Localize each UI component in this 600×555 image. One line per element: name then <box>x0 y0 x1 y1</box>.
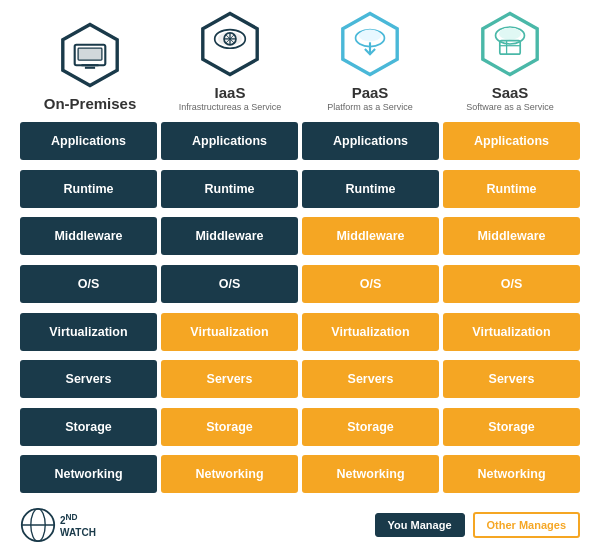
legend: You Manage Other Manages <box>375 512 580 538</box>
grid-cell: O/S <box>161 265 298 303</box>
grid-cell: Middleware <box>20 217 157 255</box>
grid-cell: Middleware <box>302 217 439 255</box>
grid-cell: Middleware <box>443 217 580 255</box>
grid-cell: Virtualization <box>443 313 580 351</box>
svg-point-20 <box>499 28 521 40</box>
grid-cell: Storage <box>20 408 157 446</box>
svg-rect-2 <box>78 48 102 60</box>
iaas-title: IaaS <box>215 84 246 101</box>
logo: 2ND WATCH <box>20 507 96 543</box>
grid-cell: Runtime <box>302 170 439 208</box>
col-header-iaas: IaaS Infrastructureas a Service <box>165 10 295 112</box>
grid-cell: Servers <box>20 360 157 398</box>
grid-cell: O/S <box>20 265 157 303</box>
grid-cell: Virtualization <box>302 313 439 351</box>
paas-subtitle: Platform as a Service <box>327 102 413 112</box>
iaas-subtitle: Infrastructureas a Service <box>179 102 282 112</box>
main-container: On-Premises IaaS Infrastructureas a Serv… <box>0 0 600 555</box>
comparison-grid: ApplicationsApplicationsApplicationsAppl… <box>20 122 580 499</box>
paas-icon <box>336 10 404 78</box>
grid-cell: Runtime <box>20 170 157 208</box>
column-headers: On-Premises IaaS Infrastructureas a Serv… <box>20 10 580 112</box>
grid-cell: Storage <box>302 408 439 446</box>
col-header-saas: SaaS Software as a Service <box>445 10 575 112</box>
legend-other-manages: Other Manages <box>473 512 580 538</box>
grid-cell: Storage <box>161 408 298 446</box>
col-header-on-premises: On-Premises <box>25 21 155 112</box>
grid-cell: Middleware <box>161 217 298 255</box>
saas-icon <box>476 10 544 78</box>
logo-text-watch: WATCH <box>60 527 96 538</box>
footer: 2ND WATCH You Manage Other Manages <box>20 499 580 545</box>
grid-cell: Virtualization <box>161 313 298 351</box>
grid-cell: Servers <box>443 360 580 398</box>
grid-cell: Storage <box>443 408 580 446</box>
grid-cell: Servers <box>161 360 298 398</box>
grid-cell: O/S <box>302 265 439 303</box>
on-premises-title: On-Premises <box>44 95 137 112</box>
grid-cell: Virtualization <box>20 313 157 351</box>
grid-cell: Applications <box>443 122 580 160</box>
grid-cell: Applications <box>161 122 298 160</box>
legend-you-manage: You Manage <box>375 513 465 537</box>
svg-point-16 <box>359 30 381 42</box>
grid-cell: Runtime <box>161 170 298 208</box>
logo-text-2nd: 2ND <box>60 512 96 526</box>
saas-subtitle: Software as a Service <box>466 102 554 112</box>
logo-icon <box>20 507 56 543</box>
grid-cell: Networking <box>302 455 439 493</box>
grid-cell: Applications <box>302 122 439 160</box>
grid-cell: Networking <box>20 455 157 493</box>
col-header-paas: PaaS Platform as a Service <box>305 10 435 112</box>
paas-title: PaaS <box>352 84 389 101</box>
grid-cell: Runtime <box>443 170 580 208</box>
grid-cell: Networking <box>443 455 580 493</box>
grid-cell: Applications <box>20 122 157 160</box>
iaas-icon <box>196 10 264 78</box>
on-premises-icon <box>56 21 124 89</box>
grid-cell: O/S <box>443 265 580 303</box>
grid-cell: Networking <box>161 455 298 493</box>
saas-title: SaaS <box>492 84 529 101</box>
grid-cell: Servers <box>302 360 439 398</box>
